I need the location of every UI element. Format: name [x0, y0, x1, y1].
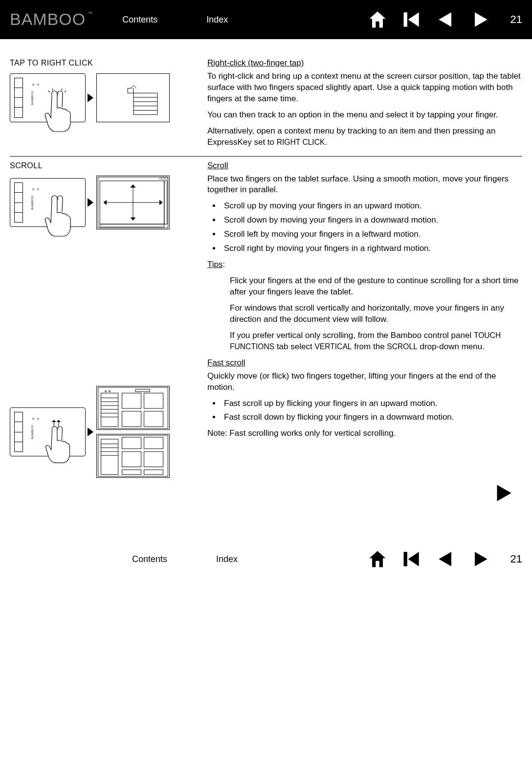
home-icon[interactable] [367, 548, 388, 570]
prev-page-icon[interactable] [435, 9, 457, 30]
section-right-click: Tap to right click BAMBOO [10, 54, 522, 157]
scroll-bullets: Scroll up by moving your fingers in an u… [221, 201, 522, 254]
tip-2: For windows that scroll vertically and h… [230, 303, 522, 325]
svg-rect-42 [144, 470, 163, 475]
tips-label: Tips: [207, 259, 522, 270]
fast-scroll-bullet-up: Fast scroll up by flicking your fingers … [221, 398, 522, 409]
header-bar: BAMBOO ™ Contents Index 21 [0, 0, 532, 39]
heading-scroll: Scroll [207, 160, 522, 172]
arrow-right-icon [89, 94, 93, 101]
next-page-icon[interactable] [469, 548, 491, 570]
contents-link[interactable]: Contents [122, 14, 157, 25]
logo-tm: ™ [88, 10, 93, 17]
tablet-illustration: BAMBOO [10, 178, 86, 227]
svg-rect-37 [122, 437, 141, 449]
tips-block: Flick your fingers at the end of the ges… [230, 275, 522, 353]
logo-text: BAMBOO [10, 8, 86, 31]
svg-rect-26 [122, 393, 141, 408]
para-scroll-1: Place two fingers on the tablet surface.… [207, 174, 522, 196]
fast-scroll-window-1 [96, 386, 170, 430]
scroll-bullet-right: Scroll right by moving your fingers in a… [221, 243, 522, 254]
scroll-bullet-up: Scroll up by moving your fingers in an u… [221, 201, 522, 212]
arrow-right-icon [89, 199, 93, 206]
svg-rect-2 [133, 93, 157, 114]
svg-rect-11 [164, 181, 167, 224]
para-right-click-1: To right-click and bring up a context me… [207, 71, 522, 105]
svg-rect-27 [144, 393, 163, 408]
svg-rect-43 [403, 552, 407, 566]
scroll-window-illustration [96, 176, 170, 229]
svg-rect-28 [122, 411, 141, 427]
svg-rect-0 [403, 12, 407, 26]
footer-bar: Contents Index 21 [0, 540, 532, 579]
illustration-scroll: BAMBOO [10, 176, 196, 229]
index-link[interactable]: Index [206, 14, 228, 25]
section-scroll: Scroll BAMBOO [10, 157, 522, 481]
heading-right-click: Right-click (two-finger tap) [207, 58, 522, 69]
arrow-right-icon [89, 428, 93, 435]
hand-two-finger-flick-icon [37, 420, 76, 464]
next-page-icon[interactable] [469, 9, 491, 30]
svg-rect-32 [101, 439, 118, 474]
scroll-bullet-left: Scroll left by moving your fingers in a … [221, 229, 522, 240]
svg-rect-19 [101, 393, 118, 427]
svg-rect-30 [135, 389, 150, 392]
illustration-right-click: BAMBOO [10, 73, 196, 122]
tip-3: If you prefer vertical only scrolling, f… [230, 330, 522, 353]
page-number-bottom: 21 [510, 552, 522, 566]
tablet-illustration: BAMBOO [10, 73, 86, 122]
tablet-illustration: BAMBOO [10, 407, 86, 456]
prev-page-icon[interactable] [435, 548, 457, 570]
contents-link[interactable]: Contents [132, 553, 167, 565]
para-right-click-2: You can then track to an option in the m… [207, 110, 522, 121]
svg-rect-31 [98, 435, 168, 476]
continue-arrow-row [10, 481, 522, 510]
svg-rect-14 [162, 178, 164, 180]
fast-scroll-window-2 [96, 434, 170, 478]
hand-two-finger-tap-icon [37, 89, 76, 133]
illustration-fast-scroll: BAMBOO [10, 386, 196, 478]
nav-icons: 21 [367, 9, 522, 30]
svg-rect-15 [165, 178, 167, 180]
svg-rect-29 [144, 411, 163, 427]
next-page-icon[interactable] [491, 481, 515, 505]
nav-links: Contents Index [122, 14, 228, 25]
svg-rect-41 [122, 470, 141, 475]
page-content: Tap to right click BAMBOO [0, 39, 532, 540]
svg-rect-12 [100, 224, 164, 227]
logo: BAMBOO ™ [10, 8, 93, 31]
page-number-top: 21 [510, 12, 522, 27]
home-icon[interactable] [367, 9, 388, 30]
svg-rect-40 [144, 451, 163, 467]
para-fast-scroll: Quickly move (or flick) two fingers toge… [207, 371, 522, 393]
nav-links-footer: Contents Index [132, 553, 238, 565]
label-tap-right-click: Tap to right click [10, 58, 196, 68]
first-page-icon[interactable] [401, 9, 422, 30]
label-scroll: Scroll [10, 160, 196, 171]
svg-rect-1 [128, 88, 133, 93]
fast-scroll-bullets: Fast scroll up by flicking your fingers … [221, 398, 522, 424]
index-link[interactable]: Index [216, 553, 238, 565]
tip-1: Flick your fingers at the end of the ges… [230, 275, 522, 298]
first-page-icon[interactable] [401, 548, 422, 570]
scroll-bullet-down: Scroll down by moving your fingers in a … [221, 215, 522, 226]
svg-rect-13 [159, 178, 161, 180]
para-right-click-3: Alternatively, open a context menu by tr… [207, 126, 522, 148]
svg-rect-38 [144, 437, 163, 449]
nav-icons-footer: 21 [367, 548, 522, 570]
fast-scroll-note: Note: Fast scrolling works only for vert… [207, 428, 522, 439]
svg-rect-18 [98, 387, 168, 428]
context-menu-illustration [96, 73, 170, 122]
heading-fast-scroll: Fast scroll [207, 358, 522, 369]
fast-scroll-bullet-down: Fast scroll down by flicking your finger… [221, 412, 522, 423]
svg-rect-39 [122, 451, 141, 467]
